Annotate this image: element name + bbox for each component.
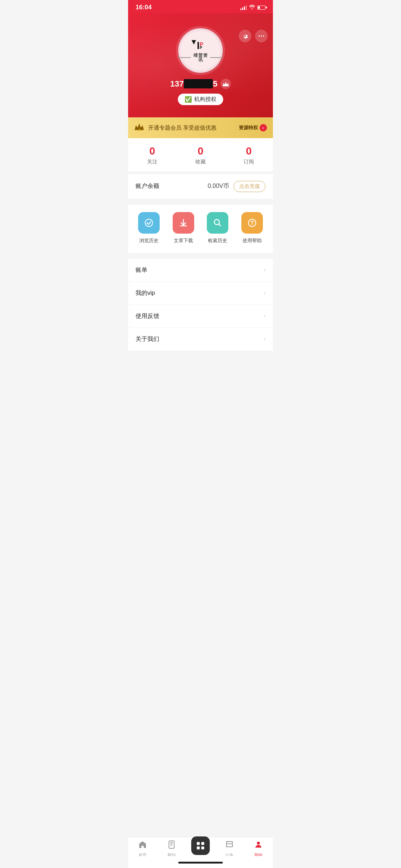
stat-subscribe-label: 订阅 — [225, 159, 273, 165]
signal-icon — [240, 5, 247, 10]
avatar-container: I P P 维普资讯 — [178, 28, 223, 73]
svg-point-0 — [259, 35, 260, 36]
vip-logo: I P P 维普资讯 — [178, 39, 223, 62]
menu-bill-chevron: › — [264, 267, 265, 273]
menu-item-bill[interactable]: 账单 › — [128, 259, 273, 282]
wifi-icon — [249, 5, 255, 10]
header-banner: I P P 维普资讯 — [128, 13, 273, 117]
help-icon-box: ? — [241, 212, 263, 234]
auth-badge[interactable]: ✅ 机构授权 — [178, 94, 223, 105]
section-divider-1 — [128, 202, 273, 205]
balance-right: 0.00V币 点击充值 — [208, 181, 265, 192]
menu-about-chevron: › — [264, 336, 265, 342]
menu-about-label: 关于我们 — [136, 335, 159, 343]
auth-text: 机构授权 — [194, 96, 216, 103]
svg-text:?: ? — [250, 220, 254, 226]
help-label: 使用帮助 — [242, 237, 262, 244]
svg-point-2 — [263, 35, 264, 36]
stat-subscribe[interactable]: 0 订阅 — [225, 146, 273, 165]
username-row: 137■■■■■5 — [136, 79, 265, 89]
menu-item-vip[interactable]: 我的vip › — [128, 282, 273, 305]
section-divider-2 — [128, 256, 273, 259]
action-search-history[interactable]: 检索历史 — [200, 212, 235, 244]
search-history-label: 检索历史 — [208, 237, 227, 244]
browse-history-icon-box — [138, 212, 160, 234]
vip-badge-icon — [221, 79, 231, 89]
auth-check-icon: ✅ — [185, 96, 192, 103]
settings-icon[interactable] — [239, 30, 251, 42]
article-download-icon-box — [173, 212, 194, 234]
vip-logo-text: I P P 维普资讯 — [178, 39, 223, 62]
vip-promo-right: 资源特权 › — [239, 124, 267, 131]
balance-row: 账户余额 0.00V币 点击充值 — [128, 174, 273, 202]
vip-promo-icon — [134, 123, 144, 133]
stat-collect-count: 0 — [176, 146, 225, 157]
menu-vip-chevron: › — [264, 290, 265, 296]
top-icons — [239, 30, 268, 42]
svg-marker-3 — [192, 40, 196, 45]
status-bar: 16:04 — [128, 0, 273, 13]
status-time: 16:04 — [136, 4, 151, 11]
svg-point-8 — [145, 219, 153, 227]
avatar: I P P 维普资讯 — [178, 28, 223, 73]
vip-promo-text: 开通专题会员 享受超值优惠 — [148, 124, 235, 131]
quick-actions: 浏览历史 文章下载 检索历史 ? 使用帮助 — [128, 205, 273, 256]
vip-promo-banner[interactable]: 开通专题会员 享受超值优惠 资源特权 › — [128, 117, 273, 138]
browse-history-label: 浏览历史 — [139, 237, 159, 244]
message-icon[interactable] — [255, 30, 268, 42]
menu-bill-label: 账单 — [136, 266, 147, 274]
menu-feedback-label: 使用反馈 — [136, 312, 159, 320]
balance-amount: 0.00V币 — [208, 182, 229, 190]
recharge-button[interactable]: 点击充值 — [234, 181, 265, 192]
menu-item-feedback[interactable]: 使用反馈 › — [128, 305, 273, 328]
action-article-download[interactable]: 文章下载 — [166, 212, 201, 244]
stat-follow-label: 关注 — [128, 159, 176, 165]
balance-label: 账户余额 — [136, 182, 159, 190]
stat-subscribe-count: 0 — [225, 146, 273, 157]
search-history-icon-box — [207, 212, 228, 234]
company-name: 维普资讯 — [192, 53, 209, 62]
username-text: 137■■■■■5 — [170, 79, 217, 89]
stat-follow[interactable]: 0 关注 — [128, 146, 176, 165]
stats-row: 0 关注 0 收藏 0 订阅 — [128, 138, 273, 174]
svg-point-1 — [261, 35, 262, 36]
stat-collect-label: 收藏 — [176, 159, 225, 165]
menu-item-about[interactable]: 关于我们 › — [128, 328, 273, 351]
menu-vip-label: 我的vip — [136, 289, 155, 297]
stat-follow-count: 0 — [128, 146, 176, 157]
bottom-spacer — [128, 351, 273, 384]
article-download-label: 文章下载 — [174, 237, 193, 244]
action-browse-history[interactable]: 浏览历史 — [132, 212, 166, 244]
action-help[interactable]: ? 使用帮助 — [235, 212, 270, 244]
stat-collect[interactable]: 0 收藏 — [176, 146, 225, 165]
menu-feedback-chevron: › — [264, 313, 265, 319]
vip-arrow-icon: › — [260, 124, 267, 131]
menu-list: 账单 › 我的vip › 使用反馈 › 关于我们 › — [128, 259, 273, 351]
vip-promo-right-text: 资源特权 — [239, 124, 258, 131]
battery-icon — [257, 6, 265, 10]
svg-text:I: I — [197, 40, 199, 51]
status-icons — [240, 5, 265, 10]
